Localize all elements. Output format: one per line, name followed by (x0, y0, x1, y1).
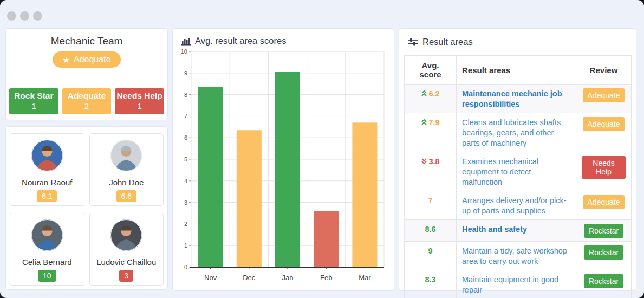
team-title: Mechanic Team (6, 35, 167, 47)
result-area-link[interactable]: Maintain equipment in good repair (457, 270, 576, 298)
trend-down-icon (421, 158, 427, 165)
member-score-badge: 3 (119, 270, 133, 282)
column-header: Review (576, 56, 632, 85)
score-value: 3.8 (428, 157, 439, 166)
window-dot[interactable] (20, 11, 29, 21)
score-cell: 7.9 (405, 113, 457, 152)
x-tick-label: Mar (359, 274, 371, 282)
review-badge: Rockstar (584, 245, 623, 260)
star-icon: ★ (63, 56, 70, 64)
review-count-label: Rock Star (9, 91, 58, 101)
member-name: Celia Bernard (10, 257, 84, 267)
member-score-badge: 6.6 (116, 190, 136, 202)
member-name: Ludovic Chaillou (90, 257, 164, 267)
team-review-label: Adequate (74, 55, 111, 64)
y-tick-label: 5 (184, 156, 187, 163)
bar-nov (198, 87, 223, 267)
score-cell: 8.6 (405, 220, 457, 242)
member-card[interactable]: Celia Bernard10 (10, 213, 84, 286)
bar-mar (352, 122, 377, 267)
bar-chart-icon (181, 37, 191, 46)
review-cell: Adequate (576, 113, 632, 152)
score-cell: 8.3 (405, 270, 457, 298)
table-row: 6.2Maintenance mechanic job responsibili… (405, 85, 632, 113)
chart-panel: Avg. result area scores 012345678910NovD… (172, 28, 394, 291)
chart-title: Avg. result area scores (195, 36, 286, 46)
score-value: 6.2 (428, 89, 439, 98)
y-tick-label: 1 (184, 242, 187, 249)
avatar (10, 219, 84, 253)
x-tick-label: Jan (282, 274, 294, 282)
review-count-box: Adequate2 (62, 88, 112, 114)
members-grid: Nouran Raouf6.1 John Doe6.6 Celia Bernar… (10, 133, 164, 286)
review-cell: Adequate (576, 191, 632, 220)
trend-up-icon (421, 119, 427, 126)
result-area-link[interactable]: Health and safety (457, 220, 576, 242)
review-counts-row: Rock Star1Adequate2Needs Help1 (6, 83, 167, 119)
score-value: 8.3 (425, 275, 435, 284)
table-row: 9Maintain a tidy, safe workshop area to … (405, 242, 632, 270)
x-tick-label: Feb (320, 274, 332, 282)
result-area-link[interactable]: Maintain a tidy, safe workshop area to c… (457, 242, 576, 270)
score-cell: 9 (405, 242, 457, 270)
result-areas-panel: Result areas Avg. scoreResult areasRevie… (399, 28, 636, 291)
team-header: Mechanic Team ★ Adequate (6, 29, 167, 83)
review-cell: Rockstar (576, 220, 632, 242)
y-tick-label: 7 (184, 113, 187, 119)
member-card[interactable]: John Doe6.6 (89, 133, 164, 206)
member-name: Nouran Raouf (10, 178, 84, 187)
review-badge: Adequate (583, 88, 625, 102)
score-value: 8.6 (425, 225, 435, 234)
window-dot[interactable] (7, 11, 16, 21)
window-dot[interactable] (33, 11, 42, 21)
bar-feb (314, 211, 339, 267)
review-badge: Adequate (583, 117, 625, 131)
review-count-value: 1 (9, 101, 58, 111)
avatar (90, 140, 164, 173)
member-card[interactable]: Nouran Raouf6.1 (10, 133, 84, 206)
table-header-row: Avg. scoreResult areasReview (405, 56, 632, 85)
bar-dec (237, 130, 262, 267)
chart-panel-header: Avg. result area scores (180, 35, 386, 47)
result-area-link[interactable]: Cleans and lubricates shafts, bearings, … (457, 113, 576, 152)
review-count-value: 1 (115, 101, 164, 111)
score-value: 9 (428, 247, 432, 255)
sliders-icon (408, 38, 418, 46)
review-cell: Rockstar (576, 270, 632, 298)
avatar (10, 140, 84, 173)
review-badge: Needs Help (582, 156, 626, 179)
dashboard: Mechanic Team ★ Adequate Rock Star1Adequ… (0, 0, 644, 298)
table-row: 8.3Maintain equipment in good repairRock… (405, 270, 632, 298)
team-review-badge: ★ Adequate (53, 51, 121, 68)
y-tick-label: 2 (184, 221, 187, 227)
bar-jan (275, 72, 300, 267)
review-badge: Rockstar (584, 224, 623, 238)
review-cell: Needs Help (576, 152, 632, 191)
member-name: John Doe (90, 178, 164, 187)
score-value: 7.9 (428, 118, 439, 127)
y-tick-label: 0 (184, 264, 187, 270)
result-area-link[interactable]: Arranges delivery and/or pick-up of part… (457, 191, 576, 220)
review-count-label: Needs Help (115, 91, 164, 101)
review-cell: Rockstar (576, 242, 632, 270)
result-panel-header: Result areas (407, 36, 628, 48)
score-cell: 6.2 (405, 85, 457, 113)
result-areas-table: Avg. scoreResult areasReview 6.2Maintena… (404, 55, 632, 298)
result-area-link[interactable]: Maintenance mechanic job responsibilitie… (457, 85, 576, 113)
table-row: 7Arranges delivery and/or pick-up of par… (405, 191, 632, 220)
result-areas-title: Result areas (422, 37, 473, 47)
column-header: Avg. score (405, 56, 457, 85)
team-members-panel: Nouran Raouf6.1 John Doe6.6 Celia Bernar… (5, 126, 168, 290)
score-cell: 7 (405, 191, 457, 220)
result-area-link[interactable]: Examines mechanical equipment to detect … (457, 152, 576, 191)
member-score-badge: 10 (38, 270, 56, 282)
y-tick-label: 8 (184, 92, 187, 98)
column-header: Result areas (457, 56, 576, 85)
score-value: 7 (428, 196, 432, 205)
y-tick-label: 3 (184, 199, 187, 206)
review-cell: Adequate (576, 85, 632, 113)
table-row: 8.6Health and safetyRockstar (405, 220, 632, 242)
review-count-box: Needs Help1 (115, 88, 164, 114)
member-card[interactable]: Ludovic Chaillou3 (89, 213, 164, 286)
avg-scores-bar-chart: 012345678910NovDecJanFebMar (180, 49, 386, 287)
